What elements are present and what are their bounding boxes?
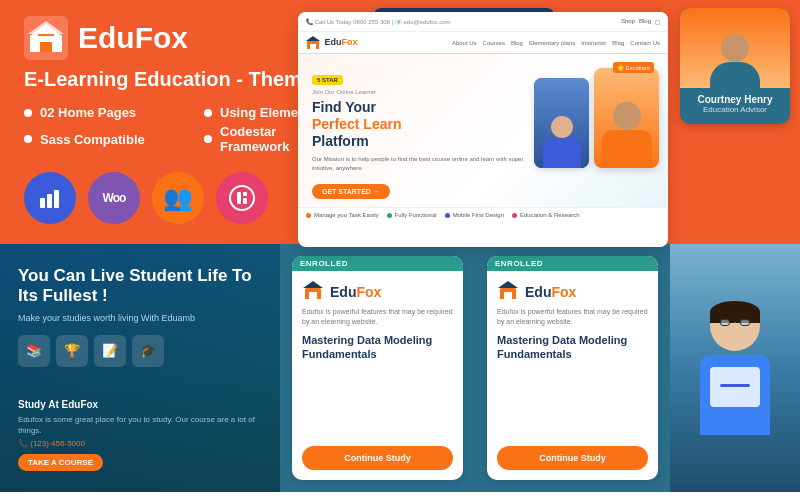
bullet-icon (204, 109, 212, 117)
svg-rect-20 (310, 44, 316, 49)
mini-icon-trophy: 🏆 (56, 335, 88, 367)
take-course-button[interactable]: TAKE A COURSE (18, 454, 103, 471)
enrolled-logo-text-1: EduFox (330, 284, 381, 300)
site-cta-button[interactable]: GET STARTED → (312, 184, 390, 199)
feature-item: Sass Compatible (24, 124, 164, 154)
title-line1: Find Your (312, 99, 376, 115)
advisor-body (710, 62, 760, 88)
enrolled-logo-text-2: EduFox (525, 284, 576, 300)
site-tag-1: Manage you Task Easily (306, 212, 379, 218)
person-head (710, 301, 760, 351)
study-phone: 📞 (123) 456-5000 (18, 439, 262, 448)
feature-label: 02 Home Pages (40, 105, 136, 120)
site-tag-4: Education & Research (512, 212, 580, 218)
svg-rect-6 (47, 194, 52, 208)
study-desc: Edufox is some great place for you to st… (18, 414, 262, 436)
enrolled-card-2: ENROLLED EduFox Edufox is powerful featu… (487, 256, 658, 480)
study-title: Study At EduFox (18, 399, 262, 410)
title-line2: Perfect Learn (312, 116, 401, 132)
site-tag-2: Fully Functional (387, 212, 437, 218)
studying-person-photo (670, 244, 800, 492)
student-card-content: You Can Live Student Life To Its Fullest… (0, 244, 280, 391)
bullet-icon (24, 109, 32, 117)
site-logo: EduFox (306, 36, 358, 50)
bullet-icon (204, 135, 212, 143)
enrolled-title-2: Mastering Data Modeling Fundamentals (487, 333, 658, 446)
study-section: Study At EduFox Edufox is some great pla… (0, 391, 280, 479)
student-card-subtitle: Make your studies worth living With Edua… (18, 313, 262, 323)
svg-rect-5 (40, 198, 45, 208)
woo-label: Woo (103, 191, 126, 205)
enrolled-card-1: ENROLLED EduFox Edufox is powerful featu… (292, 256, 463, 480)
elementor-icon (216, 172, 268, 224)
enrolled-logo-area-1: EduFox (292, 271, 463, 307)
advisor-photo (680, 8, 790, 88)
feature-item: 02 Home Pages (24, 105, 164, 120)
svg-rect-23 (309, 292, 317, 299)
analytics-icon (24, 172, 76, 224)
site-nav: 📞 Call Us Today 0800 255 308 | 📧 edu@edu… (298, 12, 668, 32)
buddypress-icon: 👥 (152, 172, 204, 224)
student-life-card: You Can Live Student Life To Its Fullest… (0, 244, 280, 492)
title-line3: Platform (312, 133, 369, 149)
advisor-name: Courtney Henry (680, 94, 790, 105)
site-main-nav: EduFox About UsCoursesBlogElementary pla… (298, 32, 668, 54)
feature-label: Sass Compatible (40, 132, 145, 147)
woocommerce-icon: Woo (88, 172, 140, 224)
enrolled-logo-icon-2 (497, 281, 519, 303)
svg-marker-25 (498, 281, 518, 288)
enrolled-desc-1: Edufox is powerful features that may be … (292, 307, 463, 333)
enrolled-cards-section: ENROLLED EduFox Edufox is powerful featu… (280, 244, 670, 492)
svg-rect-3 (40, 42, 52, 52)
enrolled-cta-1[interactable]: Continue Study (302, 446, 453, 470)
site-star-badge: 5 STAR (312, 75, 343, 85)
mini-icon-note: 📝 (94, 335, 126, 367)
svg-rect-11 (243, 198, 247, 204)
site-star-label: ⭐ Excellent (613, 62, 654, 73)
photo-card (670, 244, 800, 492)
advisor-head (721, 34, 749, 62)
svg-marker-22 (303, 281, 323, 288)
person-body (700, 355, 770, 435)
mini-icon-grad: 🎓 (132, 335, 164, 367)
header-section: EduFox E-Learning Education - Themes 02 … (0, 0, 800, 244)
svg-rect-9 (237, 192, 241, 204)
site-tag-3: Mobile First Design (445, 212, 504, 218)
svg-rect-7 (54, 190, 59, 208)
site-nav-links: About UsCoursesBlogElementary plansInstr… (452, 40, 660, 46)
main-section: You Can Live Student Life To Its Fullest… (0, 244, 800, 492)
site-hero-right: ⭐ Excellent (534, 68, 654, 168)
enrolled-logo-icon-1 (302, 281, 324, 303)
svg-rect-10 (243, 192, 247, 196)
site-hero-title: Find Your Perfect Learn Platform (312, 99, 524, 149)
enrolled-badge-2: ENROLLED (487, 256, 658, 271)
advisor-title: Education Advisor (680, 105, 790, 114)
enrolled-cta-2[interactable]: Continue Study (497, 446, 648, 470)
advisor-card: Courtney Henry Education Advisor (680, 8, 790, 124)
enrolled-logo-area-2: EduFox (487, 271, 658, 307)
svg-rect-26 (504, 292, 512, 299)
student-card-title: You Can Live Student Life To Its Fullest… (18, 266, 262, 307)
site-hero-subtitle: Join Our Online Learner (312, 89, 524, 95)
person-figure (700, 301, 770, 435)
site-hero: 5 STAR Join Our Online Learner Find Your… (298, 54, 668, 207)
site-person-card-1 (534, 78, 589, 168)
svg-marker-19 (306, 36, 320, 41)
student-mini-icons: 📚 🏆 📝 🎓 (18, 335, 262, 367)
site-preview-mockup: 📞 Call Us Today 0800 255 308 | 📧 edu@edu… (298, 12, 668, 247)
logo-icon (24, 16, 68, 60)
features-grid: 02 Home Pages Using Elementor Sass Compa… (24, 105, 344, 154)
logo-text: EduFox (78, 21, 188, 55)
svg-rect-4 (38, 34, 54, 36)
mini-icon-book: 📚 (18, 335, 50, 367)
site-person-card-2 (594, 68, 659, 168)
enrolled-badge-1: ENROLLED (292, 256, 463, 271)
bullet-icon (24, 135, 32, 143)
enrolled-title-1: Mastering Data Modeling Fundamentals (292, 333, 463, 446)
site-hero-left: 5 STAR Join Our Online Learner Find Your… (312, 68, 524, 199)
svg-point-8 (230, 186, 254, 210)
site-bottom-bar: Manage you Task Easily Fully Functional … (298, 207, 668, 222)
enrolled-desc-2: Edufox is powerful features that may be … (487, 307, 658, 333)
site-hero-desc: Our Mission is to help people to find th… (312, 155, 524, 172)
